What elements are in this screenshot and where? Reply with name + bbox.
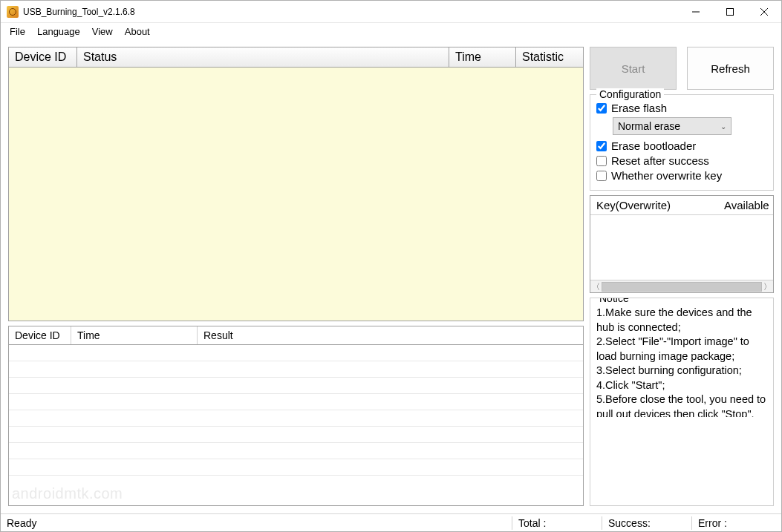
device-table-header: Device ID Status Time Statistic — [9, 47, 583, 68]
notice-legend: Notice — [596, 298, 632, 306]
refresh-button[interactable]: Refresh — [687, 47, 774, 90]
right-column: Start Refresh Configuration Erase flash … — [590, 47, 774, 506]
app-window: USB_Burning_Tool_v2.1.6.8 File Language … — [0, 0, 782, 532]
chevron-down-icon: ⌄ — [720, 122, 726, 131]
notice-text: 1.Make sure the devices and the hub is c… — [596, 306, 767, 417]
status-success: Success: — [602, 517, 691, 529]
erase-bootloader-input[interactable] — [596, 141, 607, 151]
log-col-time[interactable]: Time — [71, 326, 198, 344]
reset-after-success-label: Reset after success — [611, 154, 709, 167]
scroll-right-icon[interactable]: 〉 — [763, 281, 772, 292]
log-col-result[interactable]: Result — [198, 326, 583, 344]
erase-flash-label: Erase flash — [611, 102, 667, 114]
scrollbar-track[interactable] — [602, 282, 762, 292]
col-status[interactable]: Status — [77, 47, 449, 67]
device-table: Device ID Status Time Statistic — [8, 47, 584, 321]
erase-mode-select[interactable]: Normal erase ⌄ — [613, 117, 732, 135]
erase-flash-checkbox[interactable]: Erase flash — [596, 102, 767, 114]
key-table: Key(Overwrite) Available 〈 〉 — [590, 195, 774, 293]
svg-rect-1 — [727, 8, 734, 15]
app-icon — [7, 6, 19, 18]
table-row — [9, 410, 583, 427]
reset-after-success-input[interactable] — [596, 156, 607, 166]
table-row — [9, 378, 583, 394]
notice-line: 5.Before close the tool, you need to pul… — [596, 393, 767, 417]
log-table-body — [9, 345, 583, 505]
log-table: Device ID Time Result — [8, 326, 584, 506]
erase-bootloader-label: Erase bootloader — [611, 139, 696, 152]
notice-group: Notice 1.Make sure the devices and the h… — [590, 298, 774, 506]
table-row — [9, 427, 583, 443]
start-button[interactable]: Start — [590, 47, 677, 90]
maximize-button[interactable] — [713, 1, 747, 22]
table-row — [9, 443, 583, 459]
reset-after-success-checkbox[interactable]: Reset after success — [596, 154, 767, 167]
device-table-body — [9, 68, 583, 321]
erase-flash-input[interactable] — [596, 103, 607, 114]
menu-bar: File Language View About — [1, 23, 781, 39]
key-table-header: Key(Overwrite) Available — [590, 196, 773, 215]
content-area: Device ID Status Time Statistic Device I… — [1, 39, 781, 513]
notice-line: 2.Select "File"-"Import image" to load b… — [596, 335, 767, 364]
window-controls — [679, 1, 781, 22]
erase-mode-value: Normal erase — [618, 120, 680, 132]
log-table-header: Device ID Time Result — [9, 326, 583, 345]
status-total: Total : — [512, 517, 602, 529]
overwrite-key-checkbox[interactable]: Whether overwrite key — [596, 169, 767, 182]
menu-file[interactable]: File — [5, 24, 30, 39]
action-buttons: Start Refresh — [590, 47, 774, 90]
close-button[interactable] — [747, 1, 781, 22]
notice-line: 3.Select burning configuration; — [596, 364, 767, 378]
configuration-group: Configuration Erase flash Normal erase ⌄… — [590, 94, 774, 191]
configuration-legend: Configuration — [596, 88, 664, 100]
menu-view[interactable]: View — [88, 24, 117, 39]
table-row — [9, 459, 583, 476]
horizontal-scrollbar[interactable]: 〈 〉 — [590, 280, 773, 292]
col-available[interactable]: Available — [718, 196, 773, 214]
col-device-id[interactable]: Device ID — [9, 47, 77, 67]
status-ready: Ready — [1, 517, 512, 529]
menu-language[interactable]: Language — [33, 24, 85, 39]
left-column: Device ID Status Time Statistic Device I… — [8, 47, 584, 506]
col-statistic[interactable]: Statistic — [516, 47, 583, 67]
window-title: USB_Burning_Tool_v2.1.6.8 — [23, 7, 679, 17]
minimize-button[interactable] — [679, 1, 713, 22]
status-bar: Ready Total : Success: Error : — [1, 513, 781, 531]
table-row — [9, 361, 583, 378]
log-col-device-id[interactable]: Device ID — [9, 326, 71, 344]
menu-about[interactable]: About — [120, 24, 154, 39]
scroll-left-icon[interactable]: 〈 — [592, 281, 600, 292]
col-time[interactable]: Time — [449, 47, 516, 67]
table-row — [9, 345, 583, 361]
notice-line: 4.Click "Start"; — [596, 378, 767, 393]
overwrite-key-label: Whether overwrite key — [611, 169, 722, 182]
col-key-overwrite[interactable]: Key(Overwrite) — [590, 196, 718, 214]
notice-line: 1.Make sure the devices and the hub is c… — [596, 306, 767, 335]
overwrite-key-input[interactable] — [596, 171, 607, 181]
key-table-body — [590, 215, 773, 280]
status-error: Error : — [692, 517, 781, 529]
table-row — [9, 394, 583, 410]
erase-bootloader-checkbox[interactable]: Erase bootloader — [596, 139, 767, 152]
title-bar: USB_Burning_Tool_v2.1.6.8 — [1, 1, 781, 23]
